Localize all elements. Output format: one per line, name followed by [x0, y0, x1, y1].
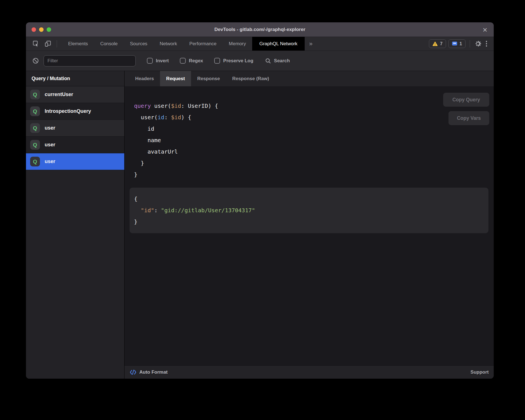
query-list-item[interactable]: Q user — [26, 120, 124, 137]
query-list-item[interactable]: Q currentUser — [26, 86, 124, 103]
detail-tab[interactable]: Response (Raw) — [226, 71, 275, 86]
code-segment: user( — [134, 114, 157, 121]
device-toolbar-icon[interactable] — [44, 40, 52, 47]
warning-count: 7 — [440, 41, 443, 46]
code-segment — [134, 207, 141, 214]
code-segment: "gid://gitlab/User/13704317" — [161, 207, 255, 214]
code-segment: ) { — [181, 114, 191, 121]
filter-checkbox-group[interactable]: Preserve Log — [214, 58, 253, 64]
request-panel-body: query user($id: UserID) { user(id: $id) … — [125, 86, 494, 365]
query-type-badge: Q — [30, 123, 40, 133]
checkbox-box[interactable] — [214, 58, 220, 64]
code-brackets-icon — [130, 369, 137, 375]
toolbar-separator — [57, 40, 57, 47]
inspect-element-icon[interactable] — [32, 40, 40, 47]
code-line: } — [134, 216, 488, 228]
filter-checkbox-group[interactable]: Invert — [147, 58, 169, 64]
checkbox-box[interactable] — [147, 58, 153, 64]
code-segment: avatarUrl — [134, 148, 178, 155]
filter-checkbox-group[interactable]: Regex — [180, 58, 203, 64]
minimize-window-button[interactable] — [39, 27, 44, 32]
sidebar-header: Query / Mutation — [26, 71, 124, 86]
warning-icon — [432, 41, 438, 46]
toolbar-right-separator — [470, 40, 470, 47]
code-line: { — [134, 193, 488, 205]
close-window-button[interactable] — [32, 27, 36, 32]
query-type-badge: Q — [30, 157, 40, 166]
filter-input[interactable] — [44, 55, 136, 66]
devtools-window: DevTools - gitlab.com/-/graphql-explorer — [26, 22, 494, 379]
query-list-item[interactable]: Q user — [26, 137, 124, 153]
filter-bar: Invert Regex Preserve Log S — [26, 51, 494, 71]
devtools-tab[interactable]: Network — [154, 37, 183, 51]
code-segment: query — [134, 102, 151, 109]
support-link[interactable]: Support — [471, 369, 489, 375]
query-list-item[interactable]: Q user — [26, 153, 124, 170]
code-line: query user($id: UserID) { — [134, 100, 494, 112]
settings-gear-icon[interactable] — [474, 40, 482, 47]
code-segment: $id — [171, 114, 181, 121]
kebab-menu-icon[interactable] — [484, 41, 489, 47]
close-panel-icon[interactable]: ✕ — [481, 22, 489, 38]
traffic-lights — [32, 22, 51, 37]
code-line: avatarUrl — [134, 146, 494, 157]
code-segment: name — [134, 137, 161, 144]
detail-tab-strip: Headers Request Response Response (Raw) — [125, 71, 494, 86]
search-label: Search — [274, 58, 290, 64]
query-name: currentUser — [45, 92, 73, 97]
maximize-window-button[interactable] — [47, 27, 51, 32]
query-list: Q currentUser Q IntrospectionQuery Q use… — [26, 86, 124, 170]
titlebar: DevTools - gitlab.com/-/graphql-explorer — [26, 22, 494, 37]
devtools-tab[interactable]: Console — [94, 37, 124, 51]
devtools-tab[interactable]: Elements — [62, 37, 94, 51]
toolbar-left-icons — [26, 37, 52, 51]
code-line: user(id: $id) { — [134, 112, 494, 123]
code-line: id — [134, 123, 494, 135]
issues-badge[interactable]: 1 — [448, 39, 466, 48]
toolbar-right-icons: 7 1 — [429, 37, 494, 51]
graphql-query-code: query user($id: UserID) { user(id: $id) … — [125, 100, 494, 180]
clear-block-icon[interactable] — [32, 57, 39, 64]
auto-format-button[interactable]: Auto Format — [130, 369, 168, 375]
devtools-toolbar: Elements Console Sources Network Perform… — [26, 37, 494, 51]
main-content: Query / Mutation Q currentUser Q Introsp… — [26, 71, 494, 379]
devtools-tab[interactable]: Memory — [223, 37, 252, 51]
code-segment: id — [134, 125, 154, 132]
detail-panel: Headers Request Response Response (Raw) … — [125, 71, 494, 379]
checkbox-label: Regex — [189, 58, 203, 64]
code-line: } — [134, 157, 494, 169]
warnings-badge[interactable]: 7 — [429, 39, 446, 48]
detail-tab[interactable]: Headers — [129, 71, 160, 86]
desktop-background: { "window": { "title": "DevTools - gitla… — [0, 0, 525, 420]
copy-vars-button[interactable]: Copy Vars — [448, 111, 489, 125]
code-segment: : — [164, 114, 171, 121]
code-segment: } — [134, 160, 144, 166]
window-title: DevTools - gitlab.com/-/graphql-explorer — [26, 22, 494, 37]
more-tabs-button[interactable]: » — [305, 37, 317, 51]
detail-tab[interactable]: Response — [191, 71, 226, 86]
code-line: } — [134, 169, 494, 180]
sidebar-empty-area — [26, 170, 124, 379]
checkbox-label: Preserve Log — [223, 58, 253, 64]
query-list-item[interactable]: Q IntrospectionQuery — [26, 103, 124, 120]
devtools-tab[interactable]: GraphQL Network — [252, 37, 305, 51]
issues-count: 1 — [460, 41, 462, 46]
code-segment: { — [134, 195, 137, 202]
request-variables-code: { "id": "gid://gitlab/User/13704317"} — [134, 193, 488, 228]
code-segment: user( — [151, 102, 171, 109]
checkbox-label: Invert — [156, 58, 169, 64]
devtools-tab-strip: Elements Console Sources Network Perform… — [62, 37, 305, 51]
query-name: IntrospectionQuery — [45, 108, 91, 114]
message-icon — [452, 41, 457, 46]
devtools-tab[interactable]: Performance — [183, 37, 223, 51]
detail-tab[interactable]: Request — [160, 71, 191, 86]
copy-query-button[interactable]: Copy Query — [443, 93, 489, 107]
checkbox-box[interactable] — [180, 58, 186, 64]
query-name: user — [45, 125, 55, 131]
panel-footer: Auto Format Support — [125, 365, 494, 379]
query-type-badge: Q — [30, 90, 40, 99]
devtools-tab[interactable]: Sources — [124, 37, 153, 51]
code-segment: : UserID) { — [181, 102, 218, 109]
search-control[interactable]: Search — [265, 58, 290, 64]
auto-format-label: Auto Format — [139, 369, 168, 375]
